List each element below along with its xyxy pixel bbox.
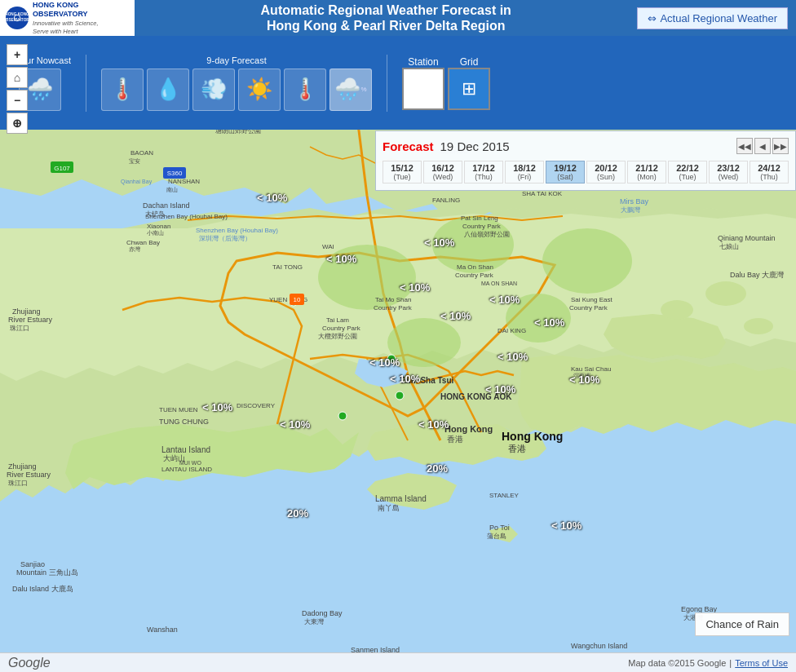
google-logo: Google [8, 656, 51, 670]
date-cell[interactable]: 19/12(Sat) [546, 161, 585, 183]
svg-text:宝安: 宝安 [129, 158, 140, 164]
date-cell[interactable]: 21/12(Mon) [627, 161, 666, 183]
svg-text:Shenzhen Bay (Houhai Bay): Shenzhen Bay (Houhai Bay) [145, 213, 228, 220]
date-cell[interactable]: 20/12(Sun) [586, 161, 626, 183]
logo-area: HONG KONG OBSERVATORY HONG KONG OBSERVAT… [0, 0, 135, 36]
station-grid-buttons: ⊞ [402, 68, 490, 110]
svg-text:Tai Lam: Tai Lam [326, 316, 349, 324]
forecast-wind-btn[interactable]: 💨 [192, 69, 235, 111]
zoom-out-button[interactable]: − [7, 90, 28, 111]
svg-text:MUI WO: MUI WO [179, 460, 201, 466]
zoom-in-button[interactable]: + [7, 44, 28, 65]
svg-text:Hong Kong: Hong Kong [444, 424, 493, 434]
svg-text:FANLING: FANLING [432, 197, 460, 204]
date-cell[interactable]: 24/12(Thu) [750, 161, 789, 183]
nav-prev-btn[interactable]: ◀ [754, 138, 771, 154]
svg-text:Shenzhen Bay (Houhai Bay): Shenzhen Bay (Houhai Bay) [196, 227, 278, 234]
forecast-temp-btn[interactable]: 🌡️ [101, 69, 144, 111]
svg-text:Pat Sin Leng: Pat Sin Leng [461, 214, 498, 222]
date-cell[interactable]: 18/12(Fri) [505, 161, 544, 183]
svg-text:Dalu Island 大鹿岛: Dalu Island 大鹿岛 [12, 585, 73, 593]
svg-text:Wangchun Island: Wangchun Island [571, 642, 627, 650]
svg-text:Po Toi: Po Toi [489, 524, 510, 532]
svg-text:Country Park: Country Park [322, 325, 361, 332]
svg-text:TUEN MUEN: TUEN MUEN [159, 406, 198, 413]
svg-point-75 [396, 391, 404, 400]
svg-text:Tsim Sha Tsui: Tsim Sha Tsui [400, 376, 454, 385]
svg-text:八仙嶺郊野公園: 八仙嶺郊野公園 [464, 231, 510, 238]
svg-text:香港: 香港 [447, 435, 463, 444]
svg-text:Dadong Bay: Dadong Bay [302, 609, 343, 617]
home-button[interactable]: ⌂ [7, 67, 28, 88]
forecast-label: 9-day Forecast [206, 55, 266, 65]
svg-text:Wanshan: Wanshan [147, 626, 178, 634]
forecast-temp2-btn[interactable]: 🌡️ [284, 69, 326, 111]
svg-text:小南山: 小南山 [147, 230, 164, 236]
svg-text:STANLEY: STANLEY [489, 492, 520, 499]
svg-point-7 [705, 281, 746, 306]
terms-link[interactable]: Terms of Use [735, 658, 788, 668]
svg-text:Tai Mo Shan: Tai Mo Shan [375, 296, 411, 303]
station-btn[interactable] [402, 68, 444, 110]
svg-text:Hong Kong: Hong Kong [502, 430, 563, 443]
date-cell[interactable]: 17/12(Thu) [464, 161, 503, 183]
svg-text:DISCOVERY: DISCOVERY [237, 402, 276, 409]
svg-text:赤灣: 赤灣 [129, 246, 140, 252]
actual-regional-arrow-icon: ⇔ [648, 12, 657, 24]
svg-text:Sanjiao: Sanjiao [20, 560, 45, 568]
svg-text:Country Park: Country Park [374, 304, 413, 312]
full-toolbar: 2-hour Nowcast 🌧️ 9-day Forecast 🌡️ 💧 💨 … [0, 36, 796, 130]
hko-logo: HONG KONG OBSERVATORY [5, 5, 29, 31]
svg-text:Qianhai Bay: Qianhai Bay [121, 179, 153, 185]
svg-text:南丫島: 南丫島 [378, 504, 400, 512]
date-panel: Forecast 19 Dec 2015 ◀◀ ◀ ▶▶ 15/12(Tue)1… [375, 130, 796, 191]
header-title: Automatic Regional Weather Forecast in H… [135, 2, 637, 33]
chance-of-rain-legend: Chance of Rain [695, 612, 789, 636]
svg-point-4 [506, 294, 571, 343]
svg-text:Zhujiang: Zhujiang [12, 307, 41, 316]
svg-text:S360: S360 [167, 170, 183, 177]
svg-point-74 [387, 355, 396, 363]
forecast-humidity-btn[interactable]: 💧 [147, 69, 189, 111]
svg-text:珠江口: 珠江口 [8, 480, 28, 487]
svg-text:Dachan Island: Dachan Island [143, 201, 190, 210]
date-cell[interactable]: 22/12(Tue) [668, 161, 707, 183]
grid-btn[interactable]: ⊞ [448, 68, 490, 110]
svg-text:HONG KONG AOK: HONG KONG AOK [440, 392, 512, 401]
svg-text:HONG KONG: HONG KONG [5, 12, 29, 16]
svg-text:香港: 香港 [508, 444, 526, 453]
svg-text:NANSHAN: NANSHAN [168, 178, 200, 185]
svg-point-6 [661, 300, 693, 320]
svg-text:Sai Kung East: Sai Kung East [571, 296, 612, 303]
svg-text:TUNG CHUNG: TUNG CHUNG [159, 418, 209, 426]
compass-button[interactable]: ⊕ [7, 113, 28, 134]
forecast-sun-btn[interactable]: ☀️ [238, 69, 281, 111]
station-grid-section: Station Grid ⊞ [402, 56, 490, 110]
map-data-text: Map data ©2015 Google [628, 658, 726, 668]
svg-text:Country Park: Country Park [569, 304, 608, 312]
actual-regional-button[interactable]: ⇔ Actual Regional Weather [637, 7, 788, 29]
nav-prev-prev-btn[interactable]: ◀◀ [736, 138, 753, 154]
svg-point-5 [542, 228, 632, 294]
svg-text:WAI: WAI [322, 243, 334, 250]
svg-text:Country Park: Country Park [455, 272, 494, 279]
svg-text:Xiaonan: Xiaonan [147, 223, 170, 230]
nav-next-btn[interactable]: ▶▶ [772, 138, 789, 154]
svg-text:Mirs Bay: Mirs Bay [620, 197, 649, 206]
date-cell[interactable]: 23/12(Wed) [709, 161, 748, 183]
svg-text:南山: 南山 [166, 187, 178, 192]
svg-text:滘西洲: 滘西洲 [573, 373, 590, 378]
date-cell[interactable]: 15/12(Tue) [383, 161, 422, 183]
date-cell[interactable]: 16/12(Wed) [423, 161, 462, 183]
chance-of-rain-text: Chance of Rain [705, 618, 779, 630]
date-row: 15/12(Tue)16/12(Wed)17/12(Thu)18/12(Fri)… [383, 161, 789, 183]
svg-text:大鵬灣: 大鵬灣 [621, 206, 640, 214]
svg-point-73 [338, 412, 347, 420]
svg-text:Lantau Island: Lantau Island [161, 445, 210, 454]
svg-text:TAI TONG: TAI TONG [272, 263, 303, 271]
forecast-rain-btn[interactable]: 🌧️% [329, 69, 372, 111]
svg-text:七娘山: 七娘山 [719, 243, 739, 250]
svg-text:MA ON SHAN: MA ON SHAN [481, 281, 517, 286]
svg-point-8 [744, 318, 773, 334]
forecast-title-row: Forecast 19 Dec 2015 ◀◀ ◀ ▶▶ [383, 138, 789, 154]
